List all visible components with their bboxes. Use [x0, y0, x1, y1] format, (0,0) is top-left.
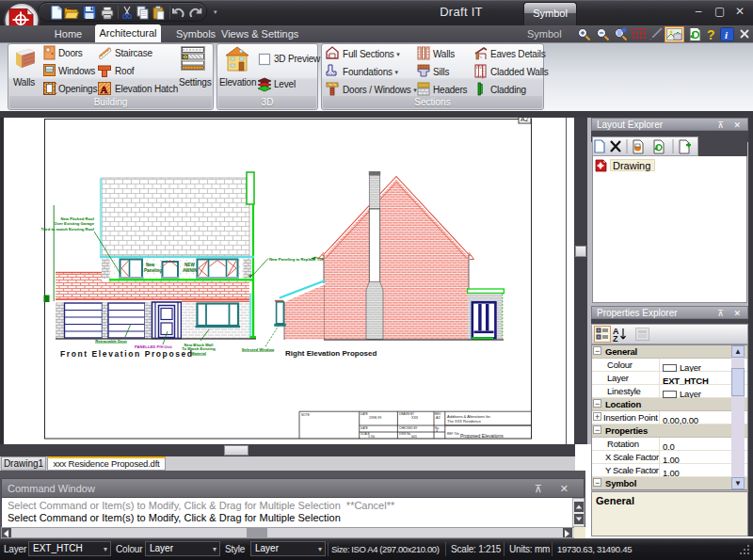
svg-text:001: 001 [411, 435, 417, 439]
svg-text:Material: Material [191, 351, 206, 356]
svg-text:A3: A3 [436, 416, 440, 420]
svg-text:DATE: DATE [360, 426, 368, 430]
svg-text:Retractable Door: Retractable Door [95, 339, 127, 344]
svg-text:Z: Z [613, 334, 618, 343]
svg-text:?: ? [707, 27, 715, 42]
svg-text:New Pitched Roof: New Pitched Roof [60, 216, 94, 221]
svg-text:A: A [101, 84, 108, 95]
svg-text:Proposed Elevations: Proposed Elevations [460, 433, 504, 439]
svg-text:REF. Title: REF. Title [447, 432, 459, 436]
svg-text:1998-99: 1998-99 [369, 416, 381, 420]
svg-text:1:50: 1:50 [368, 435, 375, 439]
svg-text:A2: A2 [521, 118, 529, 122]
svg-text:Front Elevation Proposed: Front Elevation Proposed [60, 349, 192, 359]
svg-text:Paneling: Paneling [144, 268, 162, 273]
svg-text:DWG No.: DWG No. [399, 432, 411, 436]
svg-text:New: New [146, 263, 155, 267]
svg-text:Right Elevation Proposed: Right Elevation Proposed [285, 349, 376, 358]
svg-text:Selected Window: Selected Window [242, 347, 275, 352]
svg-text:4: 4 [436, 429, 438, 433]
svg-text:Tiled to match Existing Roof: Tiled to match Existing Roof [41, 227, 95, 232]
svg-text:The XXX Residence: The XXX Residence [447, 419, 482, 424]
svg-text:Over Existing Garage: Over Existing Garage [54, 221, 94, 226]
svg-text:XXX: XXX [411, 416, 419, 420]
svg-text:NEW: NEW [184, 263, 195, 267]
svg-text:NOTE: NOTE [301, 413, 310, 417]
svg-text:CHECKED BY: CHECKED BY [399, 426, 418, 430]
svg-text:DATE: DATE [360, 412, 368, 416]
